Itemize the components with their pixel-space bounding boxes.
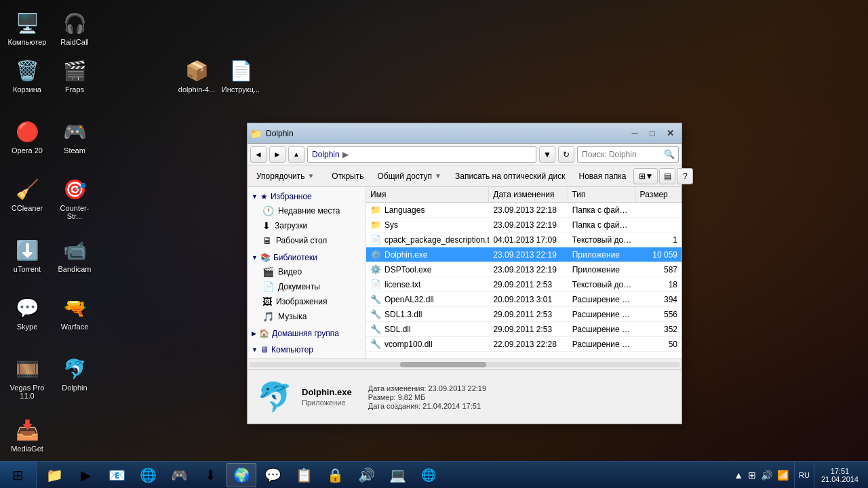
preview-created: Дата создания: 21.04.2014 17:51 (368, 402, 486, 410)
address-path[interactable]: Dolphin ▶ (307, 146, 536, 163)
file-row[interactable]: 🔧 SDL1.3.dll 29.09.2011 2:53 Расширение … (366, 307, 682, 322)
taskbar-icon-security[interactable]: 🔒 (320, 463, 350, 487)
tray-volume-icon[interactable]: 🔊 (760, 468, 774, 482)
desktop-icon-instruction[interactable]: 📄 Инструкц... (217, 54, 264, 96)
icon-label-utorrent: uTorrent (14, 265, 41, 273)
sidebar-item-downloads[interactable]: ⬇ Загрузки (248, 218, 366, 233)
file-icon: 📁 (370, 205, 381, 215)
view-toggle-button[interactable]: ⊞▼ (633, 168, 658, 184)
file-row[interactable]: ⚙️ Dolphin.exe 23.09.2013 22:19 Приложен… (366, 247, 682, 262)
desktop-icon-counter-str[interactable]: 🎯 Counter-Str... (51, 173, 98, 223)
desktop-icon-ccleaner[interactable]: 🧹 CCleaner (3, 173, 51, 215)
file-row[interactable]: 🔧 OpenAL32.dll 20.09.2013 3:01 Расширени… (366, 292, 682, 307)
desktop-icon-dolphin[interactable]: 🐬 Dolphin (51, 352, 98, 394)
explorer-window-title: Dolphin (266, 129, 626, 138)
address-dropdown[interactable]: ▼ (539, 146, 555, 163)
minimize-button[interactable]: ─ (626, 127, 644, 140)
file-row[interactable]: 🔧 SDL.dll 29.09.2011 2:53 Расширение при… (366, 322, 682, 337)
sidebar-header-computer[interactable]: ▼ 🖥 Компьютер (248, 343, 366, 357)
icon-image-mediaget: 📥 (14, 416, 41, 443)
file-row[interactable]: 📄 cpack_package_description.txt 04.01.20… (366, 232, 682, 247)
desktop-icon-7zip[interactable]: 📦 dolphin-4... (173, 54, 220, 96)
preview-pane-button[interactable]: ▤ (659, 168, 675, 184)
file-row[interactable]: 📄 license.txt 29.09.2011 2:53 Текстовый … (366, 277, 682, 292)
tray-icon-1[interactable]: ⊞ (747, 468, 757, 482)
new-folder-button[interactable]: Новая папка (573, 167, 633, 185)
close-button[interactable]: ✕ (661, 127, 679, 140)
column-header-name[interactable]: Имя (366, 187, 489, 202)
language-badge[interactable]: RU (794, 462, 814, 488)
open-button[interactable]: Открыть (326, 167, 370, 185)
icon-image-steam: 🎮 (61, 118, 88, 145)
file-row[interactable]: 📁 Languages 23.09.2013 22:18 Папка с фай… (366, 203, 682, 218)
taskbar-icon-skype[interactable]: 💬 (258, 463, 288, 487)
up-button[interactable]: ▲ (288, 146, 304, 163)
desktop-icon-vegaspro[interactable]: 🎞️ Vegas Pro 11.0 (3, 352, 51, 403)
file-row[interactable]: ⚙️ DSPTool.exe 23.09.2013 22:19 Приложен… (366, 262, 682, 277)
sidebar-header-libraries[interactable]: ▼ 📚 Библиотеки (248, 251, 366, 264)
forward-button[interactable]: ► (269, 146, 285, 163)
taskbar: ⊞ 📁 ▶ 📧 🌐 🎮 ⬇ 🌍 💬 📋 🔒 🔊 💻 🌐 ▲ ⊞ 🔊 📶 (0, 461, 868, 488)
taskbar-icon-browser[interactable]: 🌐 (133, 463, 163, 487)
desktop-icon-computer[interactable]: 🖥️ Компьютер (3, 7, 51, 49)
column-header-date[interactable]: Дата изменения (489, 187, 568, 202)
desktop-icon-bandicam[interactable]: 📹 Bandicam (51, 234, 98, 276)
taskbar-icon-web[interactable]: 🌍 (226, 463, 256, 487)
file-row[interactable]: 🔧 vcomp100.dll 22.09.2013 22:28 Расширен… (366, 337, 682, 352)
maximize-button[interactable]: □ (644, 127, 661, 140)
file-icon: 🔧 (370, 339, 381, 349)
scrollbar-thumb[interactable] (400, 362, 486, 367)
file-rows-container: 📁 Languages 23.09.2013 22:18 Папка с фай… (366, 203, 682, 352)
file-type: Текстовый докум... (568, 280, 636, 289)
desktop-icon-opera[interactable]: 🔴 Opera 20 (3, 115, 51, 157)
sidebar-header-favorites[interactable]: ▼ ★ Избранное (248, 190, 366, 203)
taskbar-icon-play[interactable]: ▶ (71, 463, 100, 487)
sidebar-item-desktop[interactable]: 🖥 Рабочий стол (248, 233, 366, 248)
sidebar-item-music[interactable]: 🎵 Музыка (248, 309, 366, 324)
chevron-right-icon: ▶ (252, 330, 256, 337)
share-button[interactable]: Общий доступ ▼ (371, 167, 448, 185)
sidebar-item-recent[interactable]: 🕐 Недавние места (248, 203, 366, 218)
column-header-type[interactable]: Тип (568, 187, 636, 202)
desktop-icon-recycle[interactable]: 🗑️ Корзина (3, 54, 51, 96)
sidebar-header-homegroup[interactable]: ▶ 🏠 Домашняя группа (248, 327, 366, 340)
help-button[interactable]: ? (677, 168, 693, 184)
desktop-icon-mediaget[interactable]: 📥 MediaGet (3, 413, 51, 455)
taskbar-icon-audio[interactable]: 🔊 (351, 463, 381, 487)
sidebar-item-video[interactable]: 🎬 Видео (248, 264, 366, 279)
column-header-size[interactable]: Размер (636, 187, 682, 202)
desktop-icon-warface[interactable]: 🔫 Warface (51, 291, 98, 333)
file-row[interactable]: 📁 Sys 23.09.2013 22:19 Папка с файлами (366, 218, 682, 232)
breadcrumb-dolphin[interactable]: Dolphin (312, 150, 340, 159)
clock[interactable]: 17:51 21.04.2014 (814, 462, 865, 488)
sidebar-item-images[interactable]: 🖼 Изображения (248, 294, 366, 309)
sidebar-section-libraries: ▼ 📚 Библиотеки 🎬 Видео 📄 Документы 🖼 (248, 251, 366, 324)
start-button[interactable]: ⊞ (0, 462, 37, 489)
sidebar-item-documents[interactable]: 📄 Документы (248, 279, 366, 294)
desktop-icon-utorrent[interactable]: ⬇️ uTorrent (3, 234, 51, 276)
taskbar-icon-game[interactable]: 🎮 (164, 463, 194, 487)
desktop-icon-raidcall[interactable]: 🎧 RaidCall (51, 7, 98, 49)
desktop-icon-fraps[interactable]: 🎬 Fraps (51, 54, 98, 96)
search-input[interactable] (577, 146, 679, 163)
desktop-icon-skype[interactable]: 💬 Skype (3, 291, 51, 333)
tray-network-icon[interactable]: 📶 (776, 468, 790, 482)
organize-button[interactable]: Упорядочить ▼ (250, 167, 320, 185)
icon-image-warface: 🔫 (61, 294, 88, 321)
icon-image-raidcall: 🎧 (61, 9, 88, 37)
tray-up-arrow[interactable]: ▲ (732, 468, 745, 482)
refresh-button[interactable]: ↻ (558, 146, 574, 163)
taskbar-icon-monitor[interactable]: 💻 (382, 463, 412, 487)
file-type: Расширение при... (568, 310, 636, 319)
desktop-icon-steam[interactable]: 🎮 Steam (51, 115, 98, 157)
chevron-down-icon-3: ▼ (252, 346, 258, 353)
burn-button[interactable]: Записать на оптический диск (449, 167, 572, 185)
taskbar-icon-chrome[interactable]: 🌐 (414, 463, 443, 487)
taskbar-icon-notes[interactable]: 📋 (289, 463, 319, 487)
taskbar-icon-mail[interactable]: 📧 (102, 463, 132, 487)
taskbar-icon-explorer[interactable]: 📁 (39, 463, 69, 487)
file-size: 352 (636, 325, 682, 334)
back-button[interactable]: ◄ (250, 146, 267, 163)
horizontal-scrollbar[interactable] (248, 359, 682, 369)
taskbar-icon-download[interactable]: ⬇ (195, 463, 225, 487)
